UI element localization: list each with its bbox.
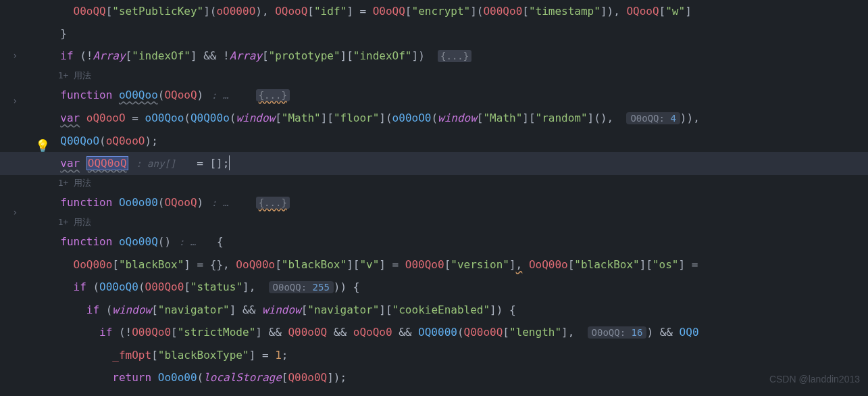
selected-identifier: OQQ0oQ bbox=[88, 157, 127, 170]
code-line: Q00QoO(oQ0ooO); bbox=[47, 130, 868, 152]
code-line: function oO0Qoo(OQooQ) : … {...} bbox=[47, 84, 868, 107]
inlay-hint: O0oQQ: 255 bbox=[269, 281, 334, 293]
code-line: } bbox=[47, 22, 868, 45]
code-line: var oQ0ooO = oO0Qoo(Q0Q00o(window["Math"… bbox=[47, 107, 868, 130]
code-line: function oQo00Q() : … { bbox=[47, 230, 868, 253]
codelens[interactable]: 1+ 用法 bbox=[47, 214, 868, 230]
code-area[interactable]: O0oQQ["setPublicKey"](oO000O), OQooQ["id… bbox=[47, 0, 868, 396]
code-line: O0oQQ["setPublicKey"](oO000O), OQooQ["id… bbox=[47, 0, 868, 22]
code-line: return Oo0o00(localStorage[Q00o0Q]); bbox=[47, 366, 868, 389]
code-line: OoQ00o["blackBox"] = {}, OoQ00o["blackBo… bbox=[47, 253, 868, 276]
folded-region[interactable]: {...} bbox=[438, 50, 471, 62]
code-line: if (!Array["indexOf"] && !Array["prototy… bbox=[47, 45, 868, 68]
fold-arrow[interactable]: › bbox=[12, 45, 18, 67]
code-line: if (window["navigator"] && window["navig… bbox=[47, 299, 868, 321]
code-line-active: var OQQ0oQ : any[] = []; bbox=[0, 152, 868, 175]
inlay-hint: O0oQQ: 4 bbox=[626, 112, 680, 124]
fold-arrow[interactable]: › bbox=[12, 90, 18, 112]
codelens[interactable]: 1+ 用法 bbox=[47, 175, 868, 191]
fold-arrow[interactable]: › bbox=[12, 201, 18, 224]
inlay-hint: O0oQQ: 16 bbox=[588, 326, 647, 339]
code-line: if (!O00Qo0["strictMode"] && Q00o0Q && o… bbox=[47, 321, 868, 344]
code-line: function Oo0o00(OQooQ) : … {...} bbox=[47, 191, 868, 214]
gutter: › › › 💡 bbox=[0, 0, 47, 396]
folded-region[interactable]: {...} bbox=[256, 197, 290, 209]
codelens[interactable]: 1+ 用法 bbox=[47, 68, 868, 84]
watermark: CSDN @landdin2013 bbox=[769, 368, 860, 391]
identifier: O0oQQ bbox=[74, 5, 106, 18]
text-cursor bbox=[229, 155, 230, 170]
code-line: if (O00oQ0(O00Qo0["status"], O0oQQ: 255)… bbox=[47, 276, 868, 299]
code-line: _fmOpt["blackBoxType"] = 1; bbox=[47, 344, 868, 366]
folded-region[interactable]: {...} bbox=[256, 89, 290, 101]
